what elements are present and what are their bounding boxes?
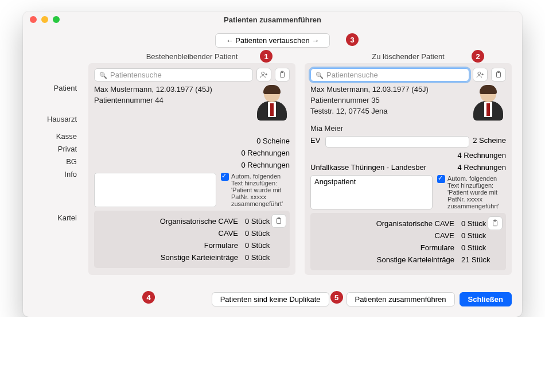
search-input-right[interactable]: Patientensuche <box>310 68 469 81</box>
pick-patient-button-left[interactable] <box>256 68 271 81</box>
search-icon <box>316 71 324 79</box>
privat-count-left: 0 Rechnungen <box>241 149 290 157</box>
bg-count-right: 4 Rechnungen <box>457 163 506 172</box>
auto-append-check-right[interactable]: Autom. folgenden Text hinzufügen: 'Patie… <box>437 175 506 209</box>
kartei-summary-left: Organisatorische CAVE0 Stück CAVE0 Stück… <box>94 211 290 268</box>
keep-patient-header: Bestehenbleibender Patient 1 <box>88 52 295 61</box>
bg-count-left: 0 Rechnungen <box>241 161 290 169</box>
checkbox-icon[interactable] <box>221 173 229 181</box>
swap-patients-button[interactable]: ← Patienten vertauschen → <box>215 33 330 48</box>
avatar-icon <box>254 85 290 121</box>
kasse-count-left: 0 Scheine <box>256 137 290 145</box>
patient-name-right: Max Mustermann, 12.03.1977 (45J) <box>310 85 468 94</box>
kartei-copy-button-left[interactable] <box>271 214 286 228</box>
search-input-left[interactable]: Patientensuche <box>94 68 253 81</box>
annotation-badge-3: 3 <box>346 33 359 46</box>
kartei-copy-button-right[interactable] <box>488 216 503 230</box>
avatar-icon <box>470 85 506 121</box>
svg-point-5 <box>478 72 481 75</box>
close-window-icon[interactable] <box>30 16 37 23</box>
patient-address-right: Teststr. 12, 07745 Jena <box>310 107 468 115</box>
maximize-window-icon[interactable] <box>53 16 60 23</box>
annotation-badge-4: 4 <box>142 291 155 304</box>
hausarzt-left <box>94 124 290 133</box>
patient-number-right: Patientennummer 35 <box>310 96 468 104</box>
svg-point-0 <box>262 72 264 75</box>
annotation-badge-1: 1 <box>260 50 272 63</box>
kasse-count-right: 2 Scheine <box>473 136 506 148</box>
annotation-badge-5: 5 <box>330 291 343 304</box>
info-textarea-right[interactable]: Angstpatient <box>310 175 433 209</box>
window-title: Patienten zusammenführen <box>224 15 321 24</box>
titlebar: Patienten zusammenführen <box>23 11 522 28</box>
annotation-badge-2: 2 <box>472 50 484 63</box>
bg-name-right: Unfallkasse Thüringen - Landesber <box>310 163 457 172</box>
pick-patient-button-right[interactable] <box>473 68 488 81</box>
close-button[interactable]: Schließen <box>460 292 512 306</box>
patient-name-left: Max Mustermann, 12.03.1977 (45J) <box>94 85 252 94</box>
row-labels: Patient Hausarzt Kasse Privat BG Info Ka… <box>33 63 79 275</box>
clipboard-button-right[interactable] <box>491 68 506 81</box>
kartei-summary-right: Organisatorische CAVE0 Stück CAVE0 Stück… <box>310 213 506 270</box>
search-icon <box>99 71 107 79</box>
patient-number-left: Patientennummer 44 <box>94 96 252 104</box>
clipboard-button-left[interactable] <box>275 68 290 81</box>
merge-patients-button[interactable]: Patienten zusammenführen <box>347 292 455 306</box>
delete-patient-panel: Patientensuche Max Mustermann, 12.03.197… <box>305 63 512 275</box>
hausarzt-right: Mia Meier <box>310 124 506 133</box>
checkbox-icon[interactable] <box>437 175 445 183</box>
not-duplicates-button[interactable]: Patienten sind keine Duplikate <box>212 292 329 306</box>
minimize-window-icon[interactable] <box>41 16 48 23</box>
window-controls <box>30 16 60 23</box>
merge-patients-window: Patienten zusammenführen ← Patienten ver… <box>23 11 522 317</box>
auto-append-check-left[interactable]: Autom. folgenden Text hinzufügen: 'Patie… <box>221 173 290 207</box>
delete-patient-header: Zu löschender Patient 2 <box>305 52 512 61</box>
keep-patient-panel: Patientensuche Max Mustermann, 12.03.197… <box>88 63 295 275</box>
privat-count-right: 4 Rechnungen <box>457 151 506 160</box>
info-textarea-left[interactable] <box>94 173 216 207</box>
ev-input-right[interactable] <box>325 136 469 148</box>
